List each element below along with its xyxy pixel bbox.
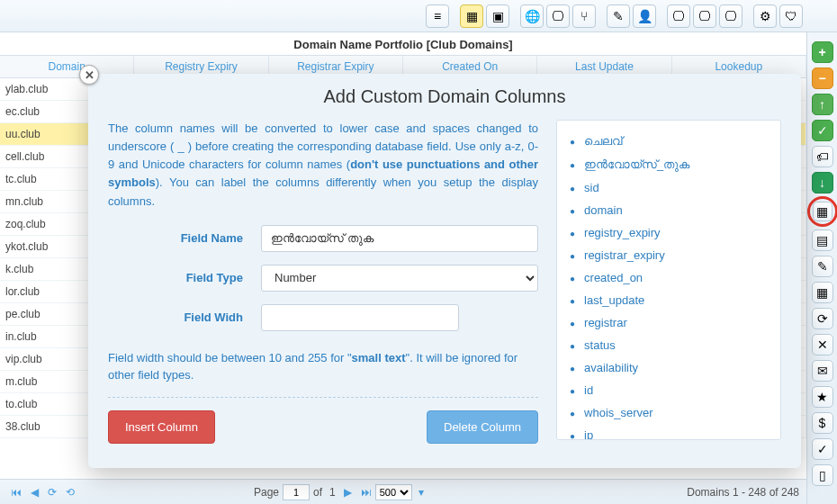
field-width-label: Field Widh (108, 310, 261, 324)
column-list-item[interactable]: registrar_expiry (570, 244, 775, 266)
monitor4-icon[interactable]: 🖵 (719, 4, 742, 28)
field-name-input[interactable] (261, 225, 538, 252)
next-page-icon[interactable]: ▶ (340, 484, 356, 500)
refresh-icon[interactable]: ⟳ (44, 484, 60, 500)
approve-icon[interactable]: ✓ (812, 438, 833, 460)
of-label: of (313, 486, 322, 499)
modal-left: The column names will be converted to lo… (108, 120, 538, 440)
field-width-row: Field Widh (108, 304, 538, 331)
width-hint: Field width should be between 10 and 255… (108, 349, 538, 398)
column-list-item[interactable]: sid (570, 176, 775, 199)
column-list-item[interactable]: registry_expiry (570, 221, 775, 244)
globe-icon[interactable]: 🌐 (520, 4, 544, 28)
user-icon[interactable]: 👤 (633, 4, 656, 28)
monitor2-icon[interactable]: 🖵 (667, 4, 690, 28)
field-name-label: Field Name (108, 231, 261, 245)
delete-column-button[interactable]: Delete Column (427, 410, 538, 444)
grid-icon[interactable]: ▦ (460, 4, 483, 28)
monitor3-icon[interactable]: 🖵 (693, 4, 716, 28)
column-list-item[interactable]: availability (570, 356, 775, 379)
column-list-item[interactable]: registrar (570, 311, 775, 334)
last-page-icon[interactable]: ⏭ (358, 484, 374, 500)
column-list-item[interactable]: whois_server (570, 401, 775, 424)
prev-page-icon[interactable]: ◀ (26, 484, 42, 500)
field-type-select[interactable]: Number (261, 265, 538, 292)
column-list-item[interactable]: ചെലവ് (570, 130, 775, 153)
refresh-icon[interactable]: ⟳ (812, 308, 833, 329)
mail-icon[interactable]: ✉ (812, 360, 833, 382)
page-label: Page (254, 486, 279, 499)
modal-title: Add Custom Domain Columns (108, 86, 781, 107)
add-icon[interactable]: + (812, 41, 833, 63)
edit-icon[interactable]: ✎ (812, 256, 833, 277)
field-name-row: Field Name (108, 225, 538, 252)
instruction-text: The column names will be converted to lo… (108, 120, 538, 211)
note-icon[interactable]: ▣ (486, 4, 509, 28)
branch-icon[interactable]: ⑂ (572, 4, 596, 28)
money-icon[interactable]: $ (812, 412, 833, 434)
remove-icon[interactable]: − (812, 68, 833, 89)
record-status: Domains 1 - 248 of 248 (687, 486, 799, 499)
down-icon[interactable]: ↓ (812, 172, 833, 194)
page-input[interactable] (283, 484, 310, 500)
page-size-select[interactable]: 500 (375, 484, 412, 500)
first-page-icon[interactable]: ⏮ (8, 484, 24, 500)
portfolio-title: Domain Name Portfolio [Club Domains] (0, 32, 806, 55)
column-list-item[interactable]: domain (570, 199, 775, 221)
field-width-input[interactable] (261, 304, 459, 331)
menu-icon[interactable]: ≡ (426, 4, 449, 28)
close-icon[interactable]: ✕ (79, 65, 99, 85)
column-list-item[interactable]: status (570, 334, 775, 356)
insert-column-button[interactable]: Insert Column (108, 410, 215, 444)
add-column-icon[interactable]: ▦ (813, 202, 832, 221)
existing-columns-panel: ചെലവ്ഇൻവോയ്സ്_തുകsiddomainregistry_expir… (556, 120, 781, 440)
list-icon[interactable]: ▤ (812, 230, 833, 251)
up-icon[interactable]: ↑ (812, 94, 833, 115)
column-list-item[interactable]: last_update (570, 289, 775, 311)
notebook-icon[interactable]: ▯ (812, 464, 833, 486)
reload-icon[interactable]: ⟲ (62, 484, 78, 500)
add-column-modal: ✕ Add Custom Domain Columns The column n… (88, 74, 801, 468)
modal-actions: Insert Column Delete Column (108, 410, 538, 444)
total-pages: 1 (329, 486, 336, 499)
dropdown-icon[interactable]: ▾ (413, 484, 429, 500)
field-type-label: Field Type (108, 271, 261, 284)
tag-icon[interactable]: 🏷 (812, 146, 833, 167)
gear-icon[interactable]: ⚙ (753, 4, 777, 28)
report-icon[interactable]: ▦ (812, 282, 833, 303)
footer-pagination: ⏮ ◀ ⟳ ⟲ Page of 1 ▶ ⏭ 500 ▾ Domains 1 - … (0, 479, 806, 504)
highlighted-action: ▦ (807, 196, 838, 227)
shield-icon[interactable]: 🛡 (779, 4, 803, 28)
monitor-icon[interactable]: 🖵 (546, 4, 570, 28)
top-toolbar: ≡▦▣🌐🖵⑂✎👤🖵🖵🖵⚙🛡 (0, 0, 837, 32)
tools-icon[interactable]: ✕ (812, 334, 833, 356)
pencil-icon[interactable]: ✎ (607, 4, 630, 28)
field-type-row: Field Type Number (108, 265, 538, 292)
check-icon[interactable]: ✓ (812, 120, 833, 141)
column-list-item[interactable]: ഇൻവോയ്സ്_തുക (570, 153, 775, 176)
column-list-item[interactable]: created_on (570, 266, 775, 289)
column-list-item[interactable]: id (570, 379, 775, 401)
star-icon[interactable]: ★ (812, 386, 833, 408)
column-list-item[interactable]: ip (570, 424, 775, 440)
right-sidebar: +−↑✓🏷↓▦▤✎▦⟳✕✉★$✓▯ (806, 32, 837, 504)
